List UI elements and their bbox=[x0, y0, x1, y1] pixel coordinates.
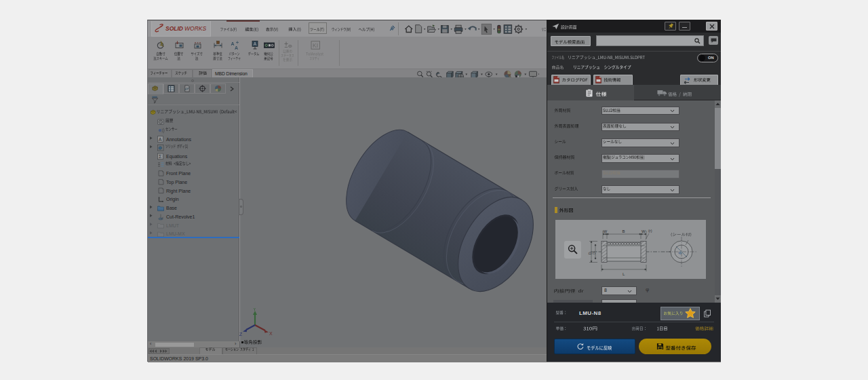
svg-text:W: W bbox=[604, 229, 608, 233]
svg-text:W: W bbox=[642, 229, 646, 233]
svg-text:A: A bbox=[235, 45, 238, 50]
svg-text:A: A bbox=[231, 41, 235, 46]
svg-text:Y: Y bbox=[253, 308, 256, 311]
svg-text:L: L bbox=[623, 272, 625, 276]
svg-text:Σ: Σ bbox=[159, 154, 162, 159]
svg-text:A: A bbox=[253, 41, 256, 46]
svg-text:A: A bbox=[159, 137, 162, 142]
svg-text:Z: Z bbox=[239, 332, 243, 337]
svg-text:(r): (r) bbox=[648, 229, 652, 233]
svg-text:D₁: D₁ bbox=[592, 250, 596, 254]
svg-text:KI: KI bbox=[313, 42, 318, 49]
svg-text:WORKS: WORKS bbox=[184, 25, 206, 32]
svg-text:B: B bbox=[623, 229, 625, 233]
svg-text:X: X bbox=[269, 331, 273, 336]
svg-text:SOLID: SOLID bbox=[165, 25, 183, 32]
svg-text:D: D bbox=[588, 252, 592, 255]
